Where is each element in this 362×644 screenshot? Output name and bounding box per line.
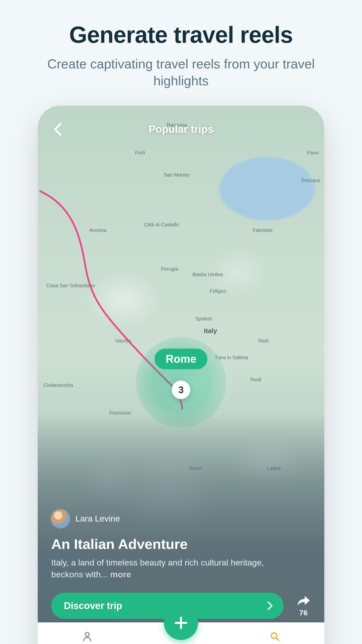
more-link[interactable]: more (110, 570, 131, 579)
country-label: Italy (204, 327, 217, 335)
city-pin-count[interactable]: 3 (172, 381, 190, 399)
discover-trip-label: Discover trip (64, 600, 122, 611)
map-city-label: Spoleto (195, 316, 212, 322)
map-city-label: Casa San Sebastiano (46, 283, 95, 289)
map-area[interactable]: RavennaForlìSan MarinoPescaraFanoAnconaC… (38, 106, 324, 644)
map-city-label: Forlì (135, 150, 145, 156)
avatar[interactable] (51, 510, 69, 528)
promo-title: Generate travel reels (20, 23, 342, 47)
map-city-label: Fara in Sabina (215, 355, 248, 360)
search-icon (270, 631, 280, 641)
share-icon (296, 594, 311, 607)
phone-frame: RavennaForlìSan MarinoPescaraFanoAnconaC… (38, 106, 324, 644)
trip-description-text: Italy, a land of timeless beauty and ric… (51, 558, 264, 579)
svg-point-0 (85, 632, 89, 636)
map-city-label: Fabriano (253, 227, 273, 233)
plus-icon (174, 616, 188, 630)
chevron-right-icon (267, 601, 273, 610)
city-chip[interactable]: Rome (155, 349, 207, 369)
trip-description: Italy, a land of timeless beauty and ric… (51, 557, 273, 581)
map-city-label: Fano (307, 150, 319, 156)
map-city-label: Tivoli (250, 377, 261, 383)
nav-you-label: You (82, 643, 93, 644)
promo-header: Generate travel reels Create captivating… (0, 0, 362, 90)
screen-title: Popular trips (50, 123, 312, 135)
map-city-label: Perugia (161, 266, 178, 272)
nav-you[interactable]: You (62, 631, 112, 644)
promo-subtitle: Create captivating travel reels from you… (20, 56, 342, 90)
map-city-label: Città di Castello (144, 222, 179, 228)
author-row[interactable]: Lara Levine (51, 510, 311, 528)
map-city-label: San Marino (164, 172, 190, 178)
nav-discover[interactable]: Discover (250, 631, 300, 644)
share-count: 76 (299, 609, 307, 617)
map-city-label: Rieti (258, 338, 268, 344)
share-button[interactable]: 76 (296, 594, 311, 617)
top-bar: Popular trips (38, 106, 324, 137)
map-city-label: Civitavecchia (43, 382, 73, 388)
trip-title: An Italian Adventure (51, 536, 311, 552)
map-city-label: Bastia Umbra (193, 272, 223, 277)
map-city-label: Pescara (301, 178, 320, 183)
nav-discover-label: Discover (262, 643, 288, 644)
add-button[interactable] (164, 606, 198, 640)
author-name: Lara Levine (75, 514, 120, 524)
svg-line-2 (276, 638, 279, 640)
map-city-label: Ancona (89, 227, 106, 233)
person-icon (82, 631, 92, 641)
map-city-label: Foligno (210, 288, 226, 294)
map-city-label: Viterbo (115, 338, 131, 344)
